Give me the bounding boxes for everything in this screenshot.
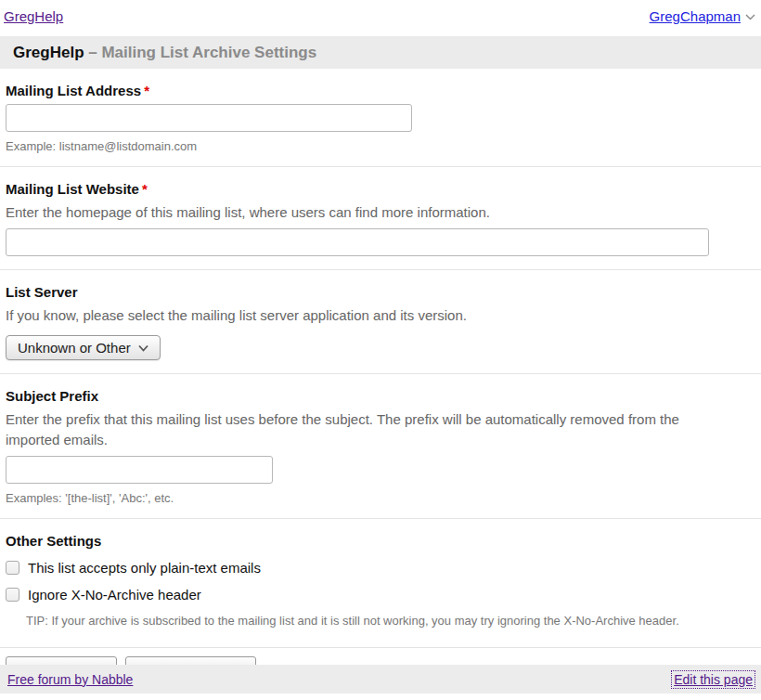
section-subject-prefix: Subject Prefix Enter the prefix that thi… [0,374,761,519]
ignore-xnoarchive-checkbox[interactable] [6,588,19,602]
list-server-select[interactable]: Unknown or Other [6,335,161,360]
user-link[interactable]: GregChapman [650,8,741,24]
required-asterisk: * [142,181,148,197]
page-title-app: GregHelp [13,44,88,61]
page-title-rest: – Mailing List Archive Settings [88,44,316,61]
required-asterisk: * [144,83,149,98]
plain-text-checkbox[interactable] [6,561,19,575]
section-mailing-list-website: Mailing List Website* Enter the homepage… [0,167,761,270]
section-list-server: List Server If you know, please select t… [0,270,761,374]
section-mailing-list-address: Mailing List Address* Example: listname@… [0,69,761,167]
top-bar: GregHelp GregChapman [0,0,761,30]
subject-prefix-description: Enter the prefix that this mailing list … [6,409,720,450]
section-other-settings: Other Settings This list accepts only pl… [0,519,761,648]
website-description: Enter the homepage of this mailing list,… [6,202,755,223]
plain-text-checkbox-row: This list accepts only plain-text emails [6,560,755,576]
footer-bar: Free forum by Nabble Edit this page [0,665,761,694]
edit-this-page-link[interactable]: Edit this page [671,670,755,689]
page-title: GregHelp – Mailing List Archive Settings [13,44,316,62]
xnoarchive-tip-text: TIP: If your archive is subscribed to th… [26,612,731,629]
subject-prefix-label: Subject Prefix [6,388,755,404]
ignore-xnoarchive-checkbox-label[interactable]: Ignore X-No-Archive header [28,587,201,603]
website-label-text: Mailing List Website [6,181,139,197]
list-server-selected-value: Unknown or Other [18,340,131,356]
address-hint: Example: listname@listdomain.com [6,139,755,153]
website-label: Mailing List Website* [6,181,755,197]
address-label: Mailing List Address* [6,83,755,98]
plain-text-checkbox-label[interactable]: This list accepts only plain-text emails [28,560,261,576]
list-server-label: List Server [6,284,755,300]
ignore-xnoarchive-checkbox-row: Ignore X-No-Archive header [6,587,755,603]
subject-prefix-input[interactable] [6,456,273,484]
user-menu[interactable]: GregChapman [650,8,755,24]
home-link[interactable]: GregHelp [4,8,63,24]
chevron-down-icon [745,13,755,20]
page-header: GregHelp – Mailing List Archive Settings [0,36,761,69]
mailing-list-address-input[interactable] [6,104,412,132]
subject-prefix-hint: Examples: '[the-list]', 'Abc:', etc. [6,491,755,505]
chevron-down-icon [138,344,148,352]
mailing-list-website-input[interactable] [6,228,709,256]
address-label-text: Mailing List Address [6,83,141,98]
nabble-footer-link[interactable]: Free forum by Nabble [7,672,133,687]
list-server-description: If you know, please select the mailing l… [6,305,755,326]
other-settings-label: Other Settings [6,533,755,549]
